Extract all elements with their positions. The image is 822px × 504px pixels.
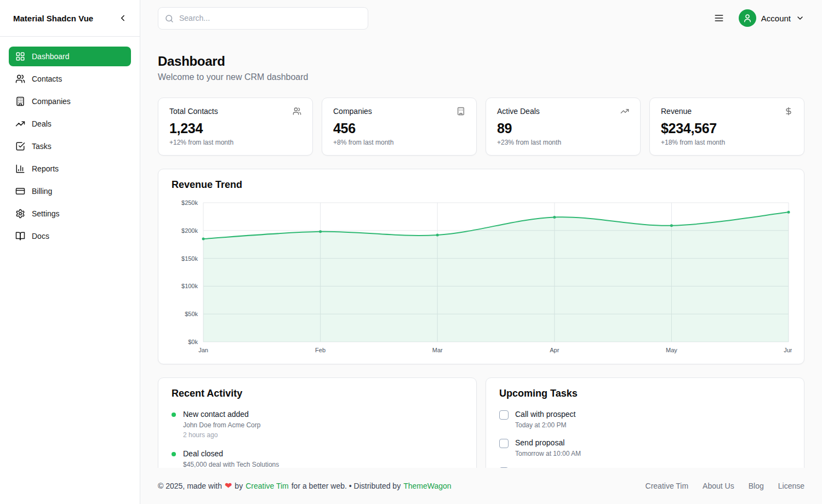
sidebar-collapse-button[interactable] — [116, 11, 130, 25]
chart-title: Revenue Trend — [172, 179, 791, 191]
building-icon — [456, 107, 465, 116]
trending-up-icon — [620, 107, 629, 116]
svg-text:$250k: $250k — [181, 199, 198, 206]
sidebar-item-label: Deals — [32, 119, 52, 128]
stat-delta: +18% from last month — [661, 139, 793, 146]
app-root: Material Shadcn Vue Dashboard Contacts C… — [0, 0, 822, 504]
page-content: Dashboard Welcome to your new CRM dashbo… — [140, 36, 822, 504]
sidebar-item-dashboard[interactable]: Dashboard — [9, 47, 131, 66]
footer-link-about-us[interactable]: About Us — [703, 482, 734, 490]
heart-icon: ❤ — [225, 482, 232, 490]
chart-container: $0k$50k$100k$150k$200k$250kJanFebMarAprM… — [172, 197, 792, 359]
sidebar-item-label: Reports — [32, 164, 59, 173]
sidebar-item-contacts[interactable]: Contacts — [9, 69, 131, 89]
stat-value: $234,567 — [661, 120, 793, 136]
stat-value: 456 — [333, 120, 465, 136]
sidebar-item-label: Contacts — [32, 75, 62, 83]
check-square-icon — [15, 141, 25, 151]
task-title: Call with prospect — [515, 409, 576, 419]
users-icon — [15, 74, 25, 84]
footer-text-middle: for a better web. • Distributed by — [292, 482, 401, 490]
chevron-down-icon — [796, 14, 804, 22]
footer-link-creative-tim[interactable]: Creative Tim — [646, 482, 689, 490]
sidebar-item-settings[interactable]: Settings — [9, 204, 131, 224]
task-time: Today at 2:00 PM — [515, 421, 576, 429]
search-input[interactable] — [158, 7, 368, 30]
activity-detail: John Doe from Acme Corp — [183, 421, 260, 429]
page-title: Dashboard — [158, 54, 804, 69]
sidebar-item-deals[interactable]: Deals — [9, 114, 131, 134]
task-checkbox[interactable] — [499, 439, 509, 448]
task-item: Send proposal Tomorrow at 10:00 AM — [499, 438, 791, 458]
activity-item: New contact added John Doe from Acme Cor… — [172, 409, 463, 439]
sidebar-nav: Dashboard Contacts Companies Deals Tasks… — [0, 37, 140, 256]
menu-button[interactable] — [711, 10, 727, 26]
sidebar-item-label: Settings — [32, 209, 60, 218]
stat-value: 89 — [497, 120, 629, 136]
footer-text-prefix: © 2025, made with — [158, 482, 222, 490]
stat-card-revenue: Revenue $234,567 +18% from last month — [649, 98, 804, 156]
main-area: Account Dashboard Welcome to your new CR… — [140, 0, 822, 504]
gear-icon — [15, 209, 25, 219]
footer-link-blog[interactable]: Blog — [749, 482, 764, 490]
stat-card-active-deals: Active Deals 89 +23% from last month — [486, 98, 641, 156]
building-icon — [15, 96, 25, 106]
stat-delta: +8% from last month — [333, 139, 465, 146]
topbar-right: Account — [711, 9, 804, 27]
task-item: Call with prospect Today at 2:00 PM — [499, 409, 791, 429]
bar-chart-icon — [15, 164, 25, 174]
dollar-sign-icon — [784, 107, 793, 116]
stat-label: Revenue — [661, 107, 692, 116]
svg-text:$200k: $200k — [181, 227, 198, 234]
themewagon-link[interactable]: ThemeWagon — [403, 482, 451, 490]
topbar: Account — [140, 0, 822, 36]
svg-text:Feb: Feb — [315, 347, 326, 353]
sidebar-item-tasks[interactable]: Tasks — [9, 136, 131, 156]
trending-up-icon — [15, 119, 25, 129]
upcoming-tasks-title: Upcoming Tasks — [499, 388, 791, 399]
activity-dot-icon — [172, 452, 176, 456]
activity-time: 2 hours ago — [183, 431, 260, 439]
account-label: Account — [761, 14, 791, 23]
revenue-trend-card: Revenue Trend $0k$50k$100k$150k$200k$250… — [158, 169, 804, 364]
stat-delta: +12% from last month — [169, 139, 301, 146]
sidebar-item-label: Companies — [32, 97, 71, 106]
users-icon — [293, 107, 301, 116]
footer-nav: Creative Tim About Us Blog License — [646, 482, 804, 490]
sidebar-item-label: Billing — [32, 187, 52, 196]
svg-text:$0k: $0k — [188, 339, 198, 345]
book-open-icon — [15, 231, 25, 241]
chevron-left-icon — [118, 13, 128, 23]
account-menu[interactable]: Account — [739, 9, 804, 27]
search-icon — [164, 14, 174, 24]
stat-card-total-contacts: Total Contacts 1,234 +12% from last mont… — [158, 98, 313, 156]
svg-text:Jun: Jun — [784, 347, 792, 353]
stat-card-companies: Companies 456 +8% from last month — [322, 98, 477, 156]
dashboard-icon — [15, 51, 25, 61]
svg-text:$100k: $100k — [181, 283, 198, 289]
svg-text:Apr: Apr — [550, 347, 559, 353]
recent-activity-title: Recent Activity — [172, 388, 463, 399]
task-time: Tomorrow at 10:00 AM — [515, 449, 581, 458]
task-checkbox[interactable] — [499, 410, 509, 420]
svg-text:May: May — [666, 347, 677, 353]
footer-link-license[interactable]: License — [778, 482, 804, 490]
svg-text:Mar: Mar — [432, 347, 443, 353]
app-title: Material Shadcn Vue — [13, 14, 93, 23]
sidebar-item-reports[interactable]: Reports — [9, 159, 131, 179]
sidebar-item-companies[interactable]: Companies — [9, 91, 131, 111]
activity-title: Deal closed — [183, 449, 279, 459]
avatar — [739, 9, 756, 27]
sidebar-item-billing[interactable]: Billing — [9, 181, 131, 201]
activity-title: New contact added — [183, 409, 260, 419]
hamburger-icon — [713, 13, 724, 24]
sidebar-item-docs[interactable]: Docs — [9, 226, 131, 246]
stat-delta: +23% from last month — [497, 139, 629, 146]
stat-label: Total Contacts — [169, 107, 218, 116]
stat-label: Companies — [333, 107, 372, 116]
svg-text:$150k: $150k — [181, 255, 198, 262]
stats-row: Total Contacts 1,234 +12% from last mont… — [158, 98, 804, 156]
page-subtitle: Welcome to your new CRM dashboard — [158, 72, 804, 82]
footer-copyright: © 2025, made with ❤ by Creative Tim for … — [158, 482, 452, 490]
creative-tim-link[interactable]: Creative Tim — [246, 482, 289, 490]
